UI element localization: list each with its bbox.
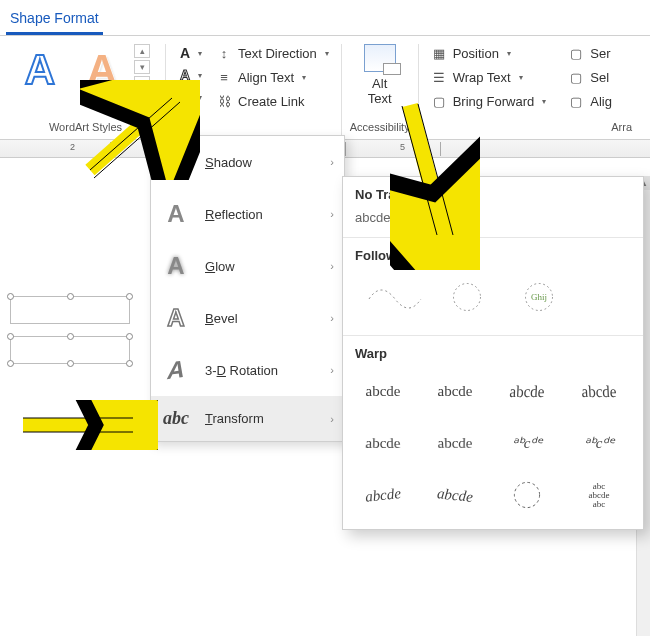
follow-path-1[interactable] bbox=[367, 277, 423, 317]
align-icon: ▢ bbox=[568, 93, 584, 109]
align-text-button[interactable]: ≡ Align Text▾ bbox=[212, 68, 333, 86]
chevron-down-icon: ▾ bbox=[302, 73, 306, 82]
no-transform-sample[interactable]: abcde bbox=[355, 210, 631, 225]
warp-5[interactable]: abcde bbox=[353, 425, 413, 464]
chevron-down-icon: ▾ bbox=[198, 49, 202, 58]
menu-transform[interactable]: abc Transform› bbox=[151, 396, 344, 441]
group-wordart-styles: A A ▴ ▾ ▾ WordArt Styles bbox=[6, 44, 166, 135]
menu-3d-rotation[interactable]: A 3-D Rotation› bbox=[151, 344, 344, 396]
text-fill-button[interactable]: A▾ bbox=[174, 44, 202, 62]
warp-8[interactable]: ᵃᵇcᵈᵉ bbox=[571, 423, 627, 463]
chevron-down-icon[interactable]: ▾ bbox=[134, 60, 150, 74]
selection-icon: ▢ bbox=[568, 69, 584, 85]
warp-12[interactable]: abcabcdeabc bbox=[571, 475, 627, 515]
chevron-right-icon: › bbox=[330, 208, 334, 220]
wrap-text-button[interactable]: ☰Wrap Text▾ bbox=[427, 68, 551, 86]
chevron-down-icon: ▾ bbox=[542, 97, 546, 106]
wordart-style-2[interactable]: A bbox=[76, 44, 128, 96]
reflection-icon: A bbox=[161, 200, 191, 228]
group-label-wordart: WordArt Styles bbox=[14, 121, 157, 133]
follow-path-3[interactable]: Ghij bbox=[511, 277, 567, 317]
warp-11[interactable] bbox=[499, 475, 555, 515]
chevron-right-icon: › bbox=[330, 364, 334, 376]
text-effects-menu: A Shadow› A Reflection› A Glow› A Bevel›… bbox=[150, 135, 345, 442]
group-accessibility: Alt Text Accessibility bbox=[342, 44, 419, 135]
group-label-accessibility: Accessibility bbox=[350, 121, 410, 133]
shadow-icon: A bbox=[161, 148, 191, 176]
ruler-tick-5: 5 bbox=[400, 142, 405, 152]
link-icon: ⛓ bbox=[216, 93, 232, 109]
send-backward-button[interactable]: ▢Ser bbox=[564, 44, 616, 62]
text-direction-icon: ↕ bbox=[216, 45, 232, 61]
transform-panel: No Transform abcde Follow Path Ghij Warp… bbox=[342, 176, 644, 530]
warp-4[interactable]: abcde bbox=[570, 369, 628, 413]
svg-point-2 bbox=[514, 482, 539, 507]
position-icon: ▦ bbox=[431, 45, 447, 61]
chevron-right-icon: › bbox=[330, 156, 334, 168]
send-back-icon: ▢ bbox=[568, 45, 584, 61]
bevel-icon: A bbox=[161, 304, 191, 332]
chevron-down-icon: ▾ bbox=[519, 73, 523, 82]
ribbon: A A ▴ ▾ ▾ WordArt Styles A▾ A▾ A▾ ↕ bbox=[0, 36, 650, 140]
bring-forward-button[interactable]: ▢Bring Forward▾ bbox=[427, 92, 551, 110]
tab-bar: Shape Format bbox=[0, 0, 650, 36]
tab-shape-format[interactable]: Shape Format bbox=[6, 6, 103, 35]
group-arrange: ▦Position▾ ☰Wrap Text▾ ▢Bring Forward▾ ▢… bbox=[419, 44, 644, 135]
glow-icon: A bbox=[161, 252, 191, 280]
wrap-text-icon: ☰ bbox=[431, 69, 447, 85]
section-no-transform: No Transform bbox=[343, 177, 643, 206]
chevron-down-icon: ▾ bbox=[198, 71, 202, 80]
menu-bevel[interactable]: A Bevel› bbox=[151, 292, 344, 344]
alt-text-icon bbox=[364, 44, 396, 72]
warp-3[interactable]: abcde bbox=[498, 369, 556, 413]
chevron-right-icon: › bbox=[330, 312, 334, 324]
section-follow-path: Follow Path bbox=[343, 238, 643, 267]
chevron-up-icon[interactable]: ▴ bbox=[134, 44, 150, 58]
warp-2[interactable]: abcde bbox=[427, 371, 483, 411]
selection-pane-button[interactable]: ▢Sel bbox=[564, 68, 616, 86]
alt-text-label-2: Text bbox=[368, 91, 392, 106]
follow-path-2[interactable] bbox=[439, 277, 495, 317]
warp-9[interactable]: abcde bbox=[353, 472, 413, 518]
group-label-arrange: Arra bbox=[427, 121, 636, 133]
menu-reflection[interactable]: A Reflection› bbox=[151, 188, 344, 240]
chevron-right-icon: › bbox=[330, 413, 334, 425]
create-link-button[interactable]: ⛓ Create Link bbox=[212, 92, 333, 110]
chevron-down-icon: ▾ bbox=[325, 49, 329, 58]
align-button[interactable]: ▢Alig bbox=[564, 92, 616, 110]
wordart-style-1[interactable]: A bbox=[14, 44, 66, 96]
text-box-1[interactable] bbox=[10, 296, 130, 324]
ruler-tick-2: 2 bbox=[70, 142, 75, 152]
position-button[interactable]: ▦Position▾ bbox=[427, 44, 551, 62]
warp-6[interactable]: abcde bbox=[425, 422, 485, 461]
warp-1[interactable]: abcde bbox=[355, 371, 411, 411]
chevron-right-icon: › bbox=[330, 260, 334, 272]
section-warp: Warp bbox=[343, 336, 643, 365]
rotation-icon: A bbox=[161, 354, 191, 386]
chevron-down-icon: ▾ bbox=[198, 93, 202, 102]
alt-text-label-1: Alt bbox=[372, 76, 387, 91]
chevron-down-icon: ▾ bbox=[507, 49, 511, 58]
transform-icon: abc bbox=[161, 408, 191, 429]
text-box-2[interactable] bbox=[10, 336, 130, 364]
menu-shadow[interactable]: A Shadow› bbox=[151, 136, 344, 188]
alt-text-button[interactable]: Alt Text bbox=[350, 44, 410, 106]
group-text-tools: A▾ A▾ A▾ ↕ Text Direction▾ ≡ Align Text▾… bbox=[166, 44, 342, 135]
align-text-icon: ≡ bbox=[216, 69, 232, 85]
warp-10[interactable]: abcde bbox=[425, 472, 485, 518]
warp-7[interactable]: ᵃᵇcᵈᵉ bbox=[499, 423, 555, 463]
wordart-gallery-spinner[interactable]: ▴ ▾ ▾ bbox=[134, 44, 150, 90]
svg-point-0 bbox=[454, 284, 481, 311]
more-icon[interactable]: ▾ bbox=[134, 76, 150, 90]
text-effects-button[interactable]: A▾ bbox=[174, 88, 202, 106]
text-outline-button[interactable]: A▾ bbox=[174, 66, 202, 84]
menu-glow[interactable]: A Glow› bbox=[151, 240, 344, 292]
bring-forward-icon: ▢ bbox=[431, 93, 447, 109]
text-direction-button[interactable]: ↕ Text Direction▾ bbox=[212, 44, 333, 62]
